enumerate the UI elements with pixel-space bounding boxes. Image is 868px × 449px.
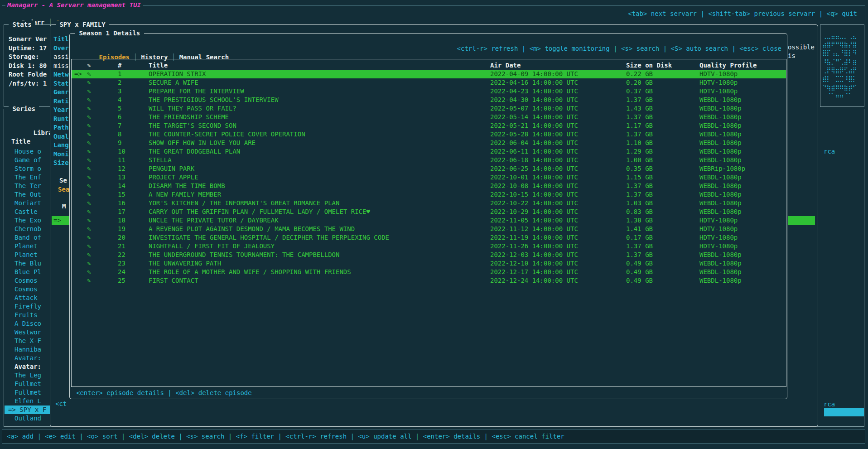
episode-air-date: 2022-10-08 14:00:00 UTC [488,182,624,190]
series-column-header: Title [11,137,30,146]
episode-row[interactable]: ✎ 23 THE UNWAVERING PATH 2022-12-10 14:0… [72,259,786,268]
episode-size: 1.10 GB [624,139,698,147]
episode-quality-profile: HDTV-1080p [698,78,786,87]
episode-air-date: 2022-06-04 14:00:00 UTC [488,139,624,147]
episode-row[interactable]: ✎ 19 A REVENGE PLOT AGAINST DESMOND / MA… [72,225,786,233]
episode-air-date: 2022-10-15 14:00:00 UTC [488,190,624,199]
episode-selection-marker [72,233,86,242]
episode-selection-marker [72,121,86,130]
episode-title: THE GREAT DODGEBALL PLAN [147,147,488,156]
logo-art-line: ⠀⠈⠁⠶⠶⠈⠁⠀ [822,92,863,100]
episode-selection-marker [72,208,86,216]
episode-row[interactable]: ✎ 25 FIRST CONTACT 2022-12-24 14:00:00 U… [72,276,786,285]
episode-selection-marker [72,251,86,259]
episode-size: 0.49 GB [624,259,698,268]
episode-air-date: 2022-05-07 14:00:00 UTC [488,104,624,113]
season-popup-help: <ctrl-r> refresh | <m> toggle monitoring… [457,44,781,53]
episode-row[interactable]: ✎ 10 THE GREAT DODGEBALL PLAN 2022-06-11… [72,147,786,156]
episode-air-date: 2022-11-05 14:00:00 UTC [488,216,624,225]
episode-selection-marker [72,216,86,225]
episode-row[interactable]: ✎ 14 DISARM THE TIME BOMB 2022-10-08 14:… [72,182,786,190]
episode-row[interactable]: => ✎ 1 OPERATION STRIX 2022-04-09 14:00:… [72,70,786,78]
episode-number: 19 [117,225,147,233]
episode-row[interactable]: ✎ 11 STELLA 2022-06-18 14:00:00 UTC 1.00… [72,156,786,164]
monitored-icon: ✎ [86,139,117,147]
episode-row[interactable]: ✎ 6 THE FRIENDSHIP SCHEME 2022-05-14 14:… [72,113,786,121]
season-details-popup-title: Season 1 Details [75,29,144,38]
episode-row[interactable]: ✎ 16 YOR'S KITCHEN / THE INFORMANT'S GRE… [72,199,786,208]
episode-size: 0.83 GB [624,208,698,216]
monitored-icon: ✎ [86,233,117,242]
episode-air-date: 2022-11-12 14:00:00 UTC [488,225,624,233]
episode-title: PROJECT APPLE [147,173,488,182]
monitored-icon: ✎ [86,182,117,190]
season-details-popup: Season 1 Details Episodes │ History │ Ma… [69,33,787,399]
episode-title: A NEW FAMILY MEMBER [147,190,488,199]
episode-number: 8 [117,130,147,139]
episode-air-date: 2022-12-10 14:00:00 UTC [488,259,624,268]
episode-title: THE UNDERGROUND TENNIS TOURNAMENT: THE C… [147,251,488,259]
episode-row[interactable]: ✎ 13 PROJECT APPLE 2022-10-01 14:00:00 U… [72,173,786,182]
episodes-table: ✎ # Title Air Date Size on Disk Quality … [71,59,786,387]
episode-selection-marker [72,139,86,147]
seasons-tab-fragment[interactable]: Sea [58,185,69,194]
episode-selection-marker [72,225,86,233]
episode-number: 14 [117,182,147,190]
episode-title: YOR'S KITCHEN / THE INFORMANT'S GREAT RO… [147,199,488,208]
episode-row[interactable]: ✎ 22 THE UNDERGROUND TENNIS TOURNAMENT: … [72,251,786,259]
episode-row[interactable]: ✎ 17 CARRY OUT THE GRIFFIN PLAN / FULLME… [72,208,786,216]
episode-number: 2 [117,78,147,87]
episode-size: 1.37 GB [624,96,698,104]
logo-ascii-art: ⢀⣀⣤⣤⣀⡀⢀⣄⣴⣿⠟⠛⢿⣷⡜⣿⣿⡏⢠⣄⠘⣿⡇⠻⠸⣧⡈⠛⢁⣼⠇⣶⢀⡟⢿⣶⡿⢋⣴⡟… [822,31,863,100]
episode-air-date: 2022-12-17 14:00:00 UTC [488,268,624,276]
episode-quality-profile: HDTV-1080p [698,242,786,251]
episode-title: PENGUIN PARK [147,164,488,173]
episode-number: 7 [117,121,147,130]
episode-selection-marker [72,173,86,182]
episode-number: 10 [117,147,147,156]
episode-row[interactable]: ✎ 2 SECURE A WIFE 2022-04-16 14:00:00 UT… [72,78,786,87]
header-size-on-disk: Size on Disk [624,61,698,70]
season-popup-footer-help: <enter> episode details | <del> delete e… [76,389,252,397]
episode-air-date: 2022-12-24 14:00:00 UTC [488,276,624,285]
library-cell-fragment-top: rca [824,147,835,156]
episode-air-date: 2022-11-19 14:00:00 UTC [488,233,624,242]
episode-number: 22 [117,251,147,259]
episode-title: INVESTIGATE THE GENERAL HOSPITAL / DECIP… [147,233,488,242]
episode-quality-profile: WEBDL-1080p [698,147,786,156]
monitored-icon: ✎ [86,70,117,78]
episode-number: 23 [117,259,147,268]
episode-row[interactable]: ✎ 8 THE COUNTER-SECRET POLICE COVER OPER… [72,130,786,139]
episode-title: WILL THEY PASS OR FAIL? [147,104,488,113]
monitored-icon: ✎ [86,199,117,208]
episode-row[interactable]: ✎ 5 WILL THEY PASS OR FAIL? 2022-05-07 1… [72,104,786,113]
episode-air-date: 2022-06-11 14:00:00 UTC [488,147,624,156]
logo-art-line: ⠸⣧⡈⠛⢁⣼⠇⣶ [822,57,863,66]
episode-quality-profile: WEBDL-1080p [698,139,786,147]
episode-row[interactable]: ✎ 21 NIGHTFALL / FIRST FIT OF JEALOUSY 2… [72,242,786,251]
episode-selection-marker [72,259,86,268]
episode-air-date: 2022-06-18 14:00:00 UTC [488,156,624,164]
episode-title: PREPARE FOR THE INTERVIEW [147,87,488,96]
episode-row[interactable]: ✎ 4 THE PRESTIGIOUS SCHOOL'S INTERVIEW 2… [72,96,786,104]
episode-row[interactable]: ✎ 3 PREPARE FOR THE INTERVIEW 2022-04-23… [72,87,786,96]
episode-row[interactable]: ✎ 15 A NEW FAMILY MEMBER 2022-10-15 14:0… [72,190,786,199]
episode-title: OPERATION STRIX [147,70,488,78]
episode-title: CARRY OUT THE GRIFFIN PLAN / FULLMETAL L… [147,208,488,216]
episode-row[interactable]: ✎ 18 UNCLE THE PRIVATE TUTOR / DAYBREAK … [72,216,786,225]
episode-row[interactable]: ✎ 20 INVESTIGATE THE GENERAL HOSPITAL / … [72,233,786,242]
episode-row[interactable]: ✎ 9 SHOW OFF HOW IN LOVE YOU ARE 2022-06… [72,139,786,147]
episode-selection-marker [72,113,86,121]
episode-selection-marker: => [72,70,86,78]
episode-row[interactable]: ✎ 12 PENGUIN PARK 2022-06-25 14:00:00 UT… [72,164,786,173]
episode-row[interactable]: ✎ 24 THE ROLE OF A MOTHER AND WIFE / SHO… [72,268,786,276]
overview-text-fragment-2: is [788,52,796,60]
episode-number: 5 [117,104,147,113]
bottom-help-bar: <a> add | <e> edit | <o> sort | <del> de… [2,430,865,444]
episode-title: THE TARGET'S SECOND SON [147,121,488,130]
servarr-switch-help: <tab> next servarr | <shift-tab> previou… [628,10,857,18]
episode-row[interactable]: ✎ 7 THE TARGET'S SECOND SON 2022-05-21 1… [72,121,786,130]
episode-quality-profile: HDTV-1080p [698,216,786,225]
monitored-icon: ✎ [86,268,117,276]
episode-number: 6 [117,113,147,121]
